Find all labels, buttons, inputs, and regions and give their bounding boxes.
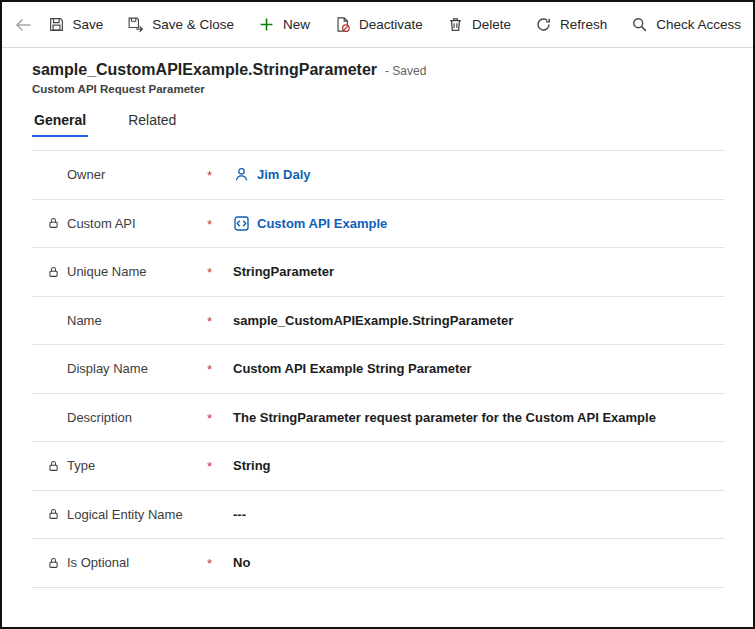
magnifier-icon <box>631 16 648 33</box>
description-field[interactable]: The StringParameter request parameter fo… <box>233 410 656 425</box>
field-row-owner: Owner * Jim Daly <box>32 151 725 200</box>
field-row-display-name: Display Name * Custom API Example String… <box>32 345 725 394</box>
person-icon <box>233 166 250 183</box>
field-label: Custom API <box>67 216 207 231</box>
field-row-name: Name * sample_CustomAPIExample.StringPar… <box>32 297 725 346</box>
field-row-unique-name: Unique Name * StringParameter <box>32 248 725 297</box>
deactivate-label: Deactivate <box>359 17 423 32</box>
field-value: String <box>233 458 271 473</box>
field-value: No <box>233 555 250 570</box>
field-row-is-optional: Is Optional * No <box>32 539 725 588</box>
check-access-label: Check Access <box>656 17 741 32</box>
app-window: Save Save & Close New Deactivate Delete <box>0 0 755 629</box>
refresh-label: Refresh <box>560 17 607 32</box>
command-bar: Save Save & Close New Deactivate Delete <box>2 2 753 48</box>
field-label: Name <box>67 313 207 328</box>
save-close-icon <box>127 16 144 33</box>
field-label: Logical Entity Name <box>67 507 207 522</box>
field-row-logical-entity-name: Logical Entity Name --- <box>32 491 725 540</box>
lock-icon <box>47 459 60 472</box>
delete-button[interactable]: Delete <box>435 2 523 47</box>
save-and-close-button[interactable]: Save & Close <box>115 2 246 47</box>
refresh-button[interactable]: Refresh <box>523 2 619 47</box>
field-value: StringParameter <box>233 264 334 279</box>
tab-general[interactable]: General <box>32 112 88 137</box>
owner-link[interactable]: Jim Daly <box>257 167 310 182</box>
new-label: New <box>283 17 310 32</box>
form-tabs: General Related <box>32 112 753 137</box>
field-label: Unique Name <box>67 264 207 279</box>
required-asterisk <box>207 513 233 515</box>
field-row-type: Type * String <box>32 442 725 491</box>
record-header: sample_CustomAPIExample.StringParameter … <box>2 48 753 95</box>
delete-label: Delete <box>472 17 511 32</box>
field-label: Owner <box>67 167 207 182</box>
lock-icon <box>47 265 60 278</box>
field-row-custom-api: Custom API * Custom API Example <box>32 200 725 249</box>
required-asterisk: * <box>207 554 233 571</box>
new-button[interactable]: New <box>246 2 322 47</box>
form-section-general: Owner * Jim Daly Custom API * Custom API… <box>32 150 725 588</box>
deactivate-icon <box>334 16 351 33</box>
lock-icon <box>47 556 60 569</box>
deactivate-button[interactable]: Deactivate <box>322 2 435 47</box>
save-button[interactable]: Save <box>36 2 116 47</box>
required-asterisk: * <box>207 312 233 329</box>
back-arrow-icon <box>14 15 34 35</box>
field-label: Type <box>67 458 207 473</box>
field-value: --- <box>233 507 246 522</box>
field-label: Description <box>67 410 207 425</box>
trash-icon <box>447 16 464 33</box>
save-status: - Saved <box>385 64 426 78</box>
field-label: Display Name <box>67 361 207 376</box>
required-asterisk: * <box>207 409 233 426</box>
tab-related[interactable]: Related <box>126 112 178 137</box>
required-asterisk: * <box>207 360 233 377</box>
name-field[interactable]: sample_CustomAPIExample.StringParameter <box>233 313 513 328</box>
save-label: Save <box>73 17 104 32</box>
entity-type-label: Custom API Request Parameter <box>32 83 723 95</box>
custom-api-link[interactable]: Custom API Example <box>257 216 387 231</box>
save-icon <box>48 16 65 33</box>
back-button[interactable] <box>12 2 36 47</box>
field-row-description: Description * The StringParameter reques… <box>32 394 725 443</box>
required-asterisk: * <box>207 263 233 280</box>
check-access-button[interactable]: Check Access <box>619 2 753 47</box>
required-asterisk: * <box>207 166 233 183</box>
custom-api-icon <box>233 215 250 232</box>
display-name-field[interactable]: Custom API Example String Parameter <box>233 361 472 376</box>
lock-icon <box>47 508 60 521</box>
refresh-icon <box>535 16 552 33</box>
lock-icon <box>47 217 60 230</box>
save-and-close-label: Save & Close <box>152 17 234 32</box>
field-label: Is Optional <box>67 555 207 570</box>
required-asterisk: * <box>207 457 233 474</box>
page-title: sample_CustomAPIExample.StringParameter <box>32 61 377 79</box>
required-asterisk: * <box>207 215 233 232</box>
plus-icon <box>258 16 275 33</box>
